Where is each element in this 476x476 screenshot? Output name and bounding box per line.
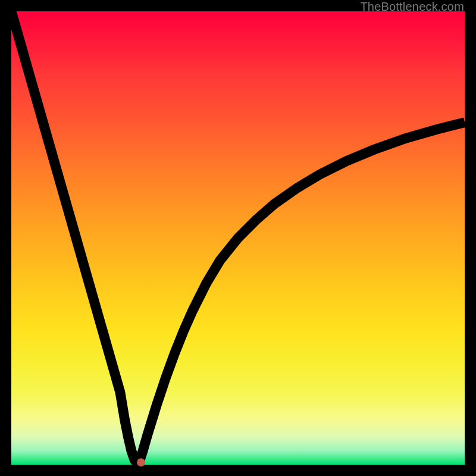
minimum-marker: [137, 458, 145, 466]
curve-right: [138, 123, 465, 465]
curve-left: [11, 11, 138, 465]
chart-plot: [11, 11, 465, 465]
